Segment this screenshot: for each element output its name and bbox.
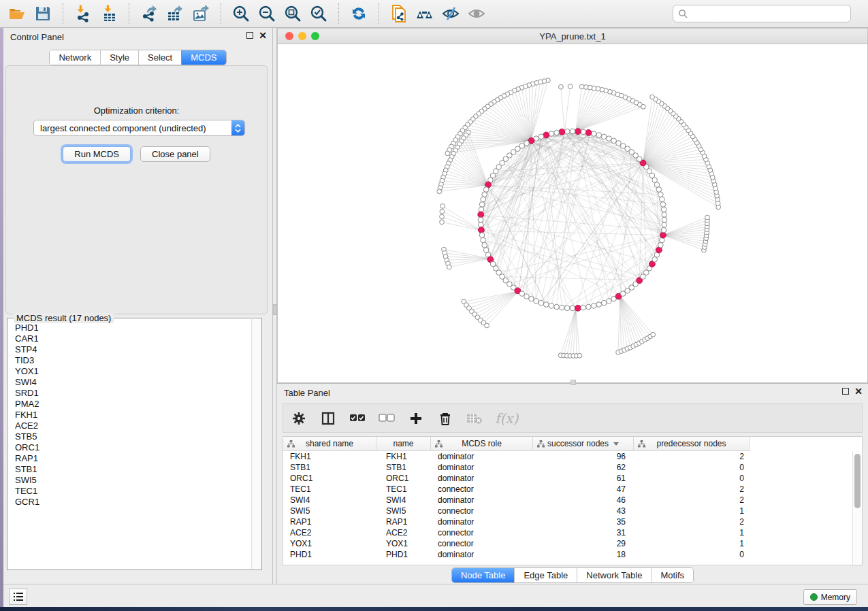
mcds-result-item[interactable]: TEC1 — [15, 486, 252, 497]
mcds-result-item[interactable]: STB5 — [15, 431, 252, 442]
cell-shared-name: FKH1 — [283, 451, 376, 462]
clone-network-button[interactable] — [386, 2, 412, 25]
table-row[interactable]: RAP1 RAP1 dominator 35 2 — [283, 516, 852, 527]
delete-table-button[interactable] — [466, 410, 483, 427]
close-window-icon[interactable] — [285, 32, 293, 40]
task-history-button[interactable] — [9, 589, 27, 605]
table-settings-button[interactable] — [290, 410, 308, 427]
open-button[interactable] — [4, 2, 30, 25]
splitter-grip[interactable] — [273, 304, 276, 315]
import-table-button[interactable] — [96, 2, 122, 25]
network-canvas[interactable] — [278, 44, 867, 382]
minimize-window-icon[interactable] — [298, 32, 306, 40]
cell-name: FKH1 — [376, 451, 431, 462]
export-image-button[interactable] — [188, 2, 214, 25]
mcds-result-item[interactable]: CAR1 — [15, 333, 252, 344]
mcds-result-item[interactable]: ACE2 — [15, 420, 252, 431]
search-input[interactable] — [688, 7, 850, 20]
mcds-result-item[interactable]: TID3 — [15, 355, 252, 366]
table-row[interactable]: TEC1 TEC1 connector 47 2 — [283, 484, 852, 495]
table-scrollbar[interactable] — [852, 451, 862, 565]
list-icon — [13, 592, 24, 601]
tab-style[interactable]: Style — [100, 50, 138, 65]
mcds-result-item[interactable]: PHD1 — [15, 323, 252, 333]
table-row[interactable]: ORC1 ORC1 dominator 61 0 — [283, 473, 852, 484]
table-row[interactable]: PHD1 PHD1 dominator 18 0 — [283, 549, 852, 560]
table-row[interactable]: SWI5 SWI5 connector 43 1 — [283, 506, 852, 516]
add-row-button[interactable] — [407, 410, 425, 427]
float-table-panel-icon[interactable] — [842, 388, 849, 395]
mcds-result-item[interactable]: SWI4 — [15, 377, 252, 388]
mcds-result-item[interactable]: PMA2 — [15, 399, 252, 410]
mcds-result-item[interactable]: STP4 — [15, 344, 252, 355]
close-panel-button[interactable]: Close panel — [140, 146, 210, 162]
tab-network[interactable]: Network — [50, 50, 100, 65]
apply-layout-button[interactable] — [346, 2, 372, 25]
tab-network-table[interactable]: Network Table — [577, 568, 651, 582]
column-header-name[interactable]: name — [376, 437, 431, 450]
run-mcds-button[interactable]: Run MCDS — [63, 146, 131, 162]
deselect-all-button[interactable] — [378, 410, 396, 427]
column-header-predecessor-nodes[interactable]: predecessor nodes — [634, 437, 750, 450]
mcds-result-item[interactable]: SWI5 — [15, 475, 252, 486]
cell-mcds-role: dominator — [431, 495, 533, 506]
toolbar-separator — [221, 3, 221, 24]
mcds-result-item[interactable]: FKH1 — [15, 410, 252, 420]
search-field[interactable] — [673, 5, 851, 22]
show-all-button[interactable] — [464, 2, 489, 25]
mcds-result-item[interactable]: GCR1 — [15, 497, 252, 508]
table-row[interactable]: SWI4 SWI4 dominator 46 2 — [283, 495, 852, 506]
zoom-out-button[interactable] — [254, 2, 280, 25]
tab-select[interactable]: Select — [138, 50, 181, 65]
hide-selected-button[interactable] — [438, 2, 464, 25]
mcds-result-list[interactable]: PHD1CAR1STP4TID3YOX1SWI4SRD1PMA2FKH1ACE2… — [8, 323, 252, 568]
vertical-splitter[interactable] — [272, 28, 277, 584]
zoom-fit-button[interactable] — [280, 2, 306, 25]
mcds-result-item[interactable]: RAP1 — [15, 453, 252, 464]
table-panel-titlebar: Table Panel ✕ — [277, 384, 868, 402]
toggle-columns-button[interactable] — [319, 410, 337, 427]
table-body[interactable]: FKH1 FKH1 dominator 96 2 STB1 STB1 domin… — [283, 451, 852, 565]
zoom-selected-button[interactable] — [306, 2, 332, 25]
mcds-result-item[interactable]: YOX1 — [15, 366, 252, 377]
zoom-window-icon[interactable] — [311, 32, 319, 40]
zoom-in-button[interactable] — [228, 2, 254, 25]
tab-mcds[interactable]: MCDS — [181, 50, 225, 65]
column-header-mcds-role[interactable]: MCDS role — [431, 437, 533, 450]
export-table-button[interactable] — [162, 2, 188, 25]
select-all-button[interactable] — [349, 410, 366, 427]
scrollbar-thumb[interactable] — [854, 454, 861, 508]
cell-successor-nodes: 47 — [533, 484, 634, 495]
function-builder-button[interactable]: f(x) — [495, 410, 518, 427]
table-row[interactable]: ACE2 ACE2 connector 31 1 — [283, 527, 852, 538]
mcds-list-scrollbar[interactable] — [251, 319, 261, 569]
plus-icon — [409, 412, 423, 425]
export-network-button[interactable] — [136, 2, 162, 25]
mcds-result-item[interactable]: ORC1 — [15, 442, 252, 453]
table-row[interactable]: YOX1 YOX1 connector 29 1 — [283, 538, 852, 549]
search-icon — [678, 9, 688, 19]
close-table-panel-icon[interactable]: ✕ — [854, 388, 863, 395]
memory-button[interactable]: Memory — [803, 589, 857, 605]
criterion-select[interactable]: largest connected component (undirected) — [33, 120, 245, 136]
status-bar: Memory — [3, 584, 868, 607]
tab-node-table[interactable]: Node Table — [452, 568, 515, 582]
mcds-result-item[interactable]: STB1 — [15, 464, 252, 475]
table-row[interactable]: STB1 STB1 dominator 62 0 — [283, 462, 852, 473]
mcds-result-item[interactable]: SRD1 — [15, 388, 252, 399]
network-graph[interactable] — [278, 44, 867, 382]
tab-edge-table[interactable]: Edge Table — [514, 568, 577, 582]
column-header-shared-name[interactable]: shared name — [283, 437, 376, 450]
close-panel-icon[interactable]: ✕ — [259, 32, 267, 39]
save-button[interactable] — [30, 2, 56, 25]
float-panel-icon[interactable] — [246, 32, 253, 39]
tab-motifs[interactable]: Motifs — [651, 568, 693, 582]
table-row[interactable]: FKH1 FKH1 dominator 96 2 — [283, 451, 852, 462]
cell-predecessor-nodes: 2 — [634, 484, 750, 495]
import-network-button[interactable] — [70, 2, 96, 25]
horizontal-splitter-grip[interactable] — [570, 380, 576, 385]
network-titlebar[interactable]: YPA_prune.txt_1 — [278, 29, 867, 44]
delete-row-button[interactable] — [436, 410, 454, 427]
column-header-successor-nodes[interactable]: successor nodes — [533, 437, 634, 450]
first-neighbors-button[interactable] — [412, 2, 438, 25]
